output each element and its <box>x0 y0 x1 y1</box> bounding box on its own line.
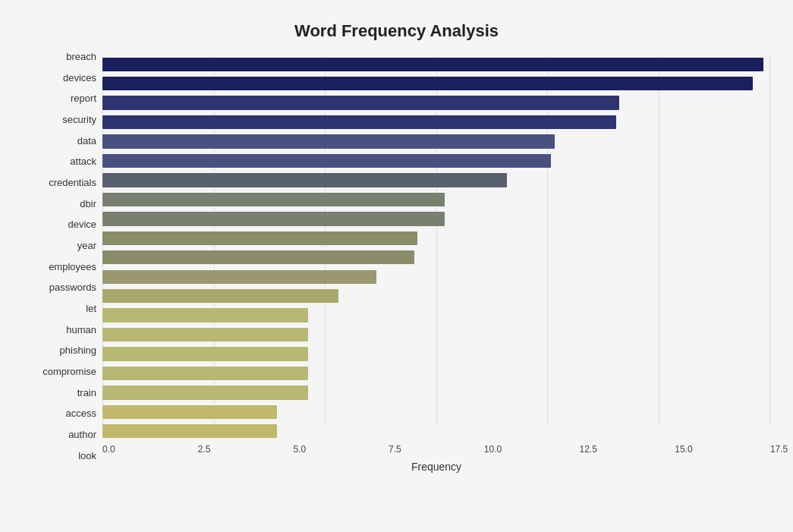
bar-report <box>102 96 619 109</box>
y-label: compromise <box>23 371 96 372</box>
bar-row <box>102 306 770 325</box>
bar-row <box>102 364 770 382</box>
y-label: passwords <box>23 287 96 288</box>
y-label: year <box>23 245 96 246</box>
bar-row <box>102 190 770 209</box>
bar-row <box>102 422 770 441</box>
bars-inner <box>102 55 770 441</box>
bar-row <box>102 55 770 74</box>
bar-row <box>102 93 770 112</box>
bar-year <box>102 231 417 245</box>
bars-section: 0.02.55.07.510.012.515.017.5 Frequency <box>102 55 770 473</box>
y-label: breach <box>23 56 96 57</box>
bar-row <box>102 228 770 247</box>
y-labels: breachdevicesreportsecuritydataattackcre… <box>23 55 102 473</box>
bar-attack <box>102 154 551 168</box>
bar-row <box>102 402 770 421</box>
bar-row <box>102 74 770 93</box>
y-label: devices <box>23 77 96 78</box>
bar-row <box>102 383 770 402</box>
bar-row <box>102 345 770 364</box>
y-label: let <box>23 308 96 309</box>
bar-row <box>102 209 770 228</box>
y-label: employees <box>23 266 96 267</box>
bar-access <box>102 386 308 399</box>
bar-phishing <box>102 328 308 342</box>
bar-security <box>102 115 616 129</box>
y-label: dbir <box>23 203 96 204</box>
y-label: train <box>23 392 96 393</box>
y-label: phishing <box>23 350 96 351</box>
bar-employees <box>102 250 414 264</box>
y-label: security <box>23 119 96 120</box>
chart-title: Word Frequency Analysis <box>23 15 770 41</box>
bar-train <box>102 367 308 380</box>
bar-author <box>102 405 277 419</box>
bar-row <box>102 171 770 190</box>
bar-human <box>102 308 308 322</box>
bar-row <box>102 267 770 286</box>
bar-row <box>102 286 770 305</box>
bar-look <box>102 424 277 438</box>
y-label: report <box>23 98 96 99</box>
bar-data <box>102 134 555 148</box>
bar-compromise <box>102 347 308 360</box>
y-label: credentials <box>23 182 96 183</box>
chart-area: breachdevicesreportsecuritydataattackcre… <box>23 55 770 473</box>
bar-credentials <box>102 173 507 187</box>
bar-passwords <box>102 270 376 284</box>
bar-dbir <box>102 193 445 206</box>
bar-row <box>102 248 770 267</box>
bar-row <box>102 151 770 170</box>
y-label: author <box>23 434 96 435</box>
y-label: access <box>23 413 96 414</box>
bar-let <box>102 289 338 303</box>
y-label: attack <box>23 161 96 162</box>
y-label: look <box>23 455 96 456</box>
bar-devices <box>102 77 753 90</box>
y-label: human <box>23 329 96 330</box>
y-label: data <box>23 140 96 141</box>
chart-container: Word Frequency Analysis breachdevicesrep… <box>0 0 793 532</box>
x-axis-label: Frequency <box>102 461 770 473</box>
bar-breach <box>102 58 763 71</box>
y-label: device <box>23 224 96 225</box>
x-axis: 0.02.55.07.510.012.515.017.5 <box>102 441 770 458</box>
bar-row <box>102 112 770 131</box>
bar-device <box>102 212 445 225</box>
bar-row <box>102 132 770 151</box>
bar-row <box>102 325 770 344</box>
